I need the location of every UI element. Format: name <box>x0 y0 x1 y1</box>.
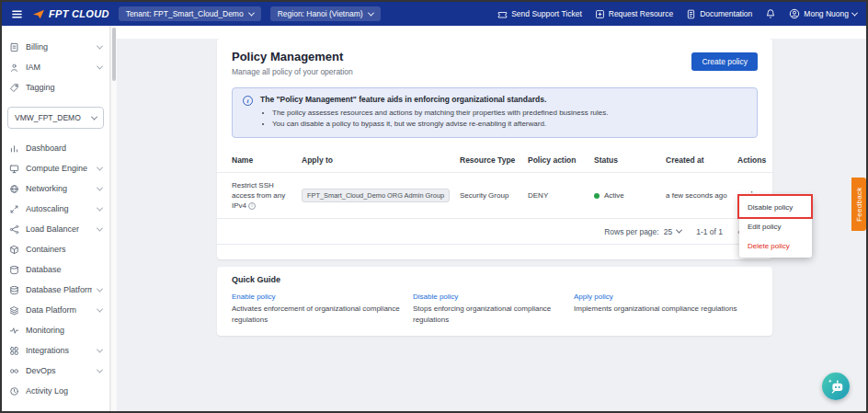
sidebar-item-label: Load Balancer <box>26 224 79 234</box>
request-resource-icon <box>595 9 605 19</box>
sidebar-item-compute-engine[interactable]: Compute Engine <box>2 158 109 178</box>
apps-grid-icon <box>9 346 20 356</box>
sidebar-item-label: Dashboard <box>26 143 66 153</box>
document-icon <box>686 9 696 19</box>
brand-logo[interactable]: FPT CLOUD <box>32 8 109 19</box>
feedback-tab[interactable]: Feedback <box>851 178 866 231</box>
policy-name: Restrict SSH access from any IPv4 <box>232 181 285 210</box>
user-menu[interactable]: Mong Nuong <box>789 8 857 19</box>
sidebar-item-activity-log[interactable]: Activity Log <box>2 381 109 401</box>
ticket-icon <box>497 9 508 19</box>
app-window: FPT CLOUD Tenant: FPT_Smart_Cloud_Demo R… <box>0 0 868 413</box>
enable-policy-link[interactable]: Enable policy <box>232 293 400 301</box>
sidebar-item-data-platform[interactable]: Data Platform <box>2 300 109 320</box>
chevron-down-icon <box>97 366 103 373</box>
sidebar-item-database-platform[interactable]: Database Platform <box>2 280 109 300</box>
sidebar-item-autoscaling[interactable]: Autoscaling <box>2 199 109 219</box>
sidebar-item-label: Monitoring <box>26 326 64 335</box>
tenant-dropdown[interactable]: Tenant: FPT_Smart_Cloud_Demo <box>119 6 261 21</box>
column-resource-type: Resource Type <box>460 155 528 165</box>
sidebar-item-label: Data Platform <box>26 305 76 315</box>
main-content: Policy Management Manage all policy of y… <box>117 26 866 411</box>
sidebar-item-monitoring[interactable]: Monitoring <box>2 320 109 340</box>
sidebar-item-billing[interactable]: Billing <box>2 37 109 57</box>
menu-item-disable-policy[interactable]: Disable policy <box>739 198 812 217</box>
tag-icon <box>9 83 20 93</box>
chevron-down-icon <box>97 285 103 292</box>
chevron-down-icon <box>97 42 103 49</box>
load-balancer-icon <box>9 224 20 235</box>
chevron-down-icon <box>97 346 103 352</box>
pagination-bar: Rows per page: 25 1-1 of 1 ‹ › <box>217 219 772 245</box>
sidebar-item-label: IAM <box>26 63 40 72</box>
quick-guide-item: Apply policy Implements organizational c… <box>574 293 758 325</box>
request-resource-link[interactable]: Request Resource <box>595 9 673 19</box>
created-at-cell: a few seconds ago <box>666 191 737 200</box>
project-select-dropdown[interactable]: VMW_FPT_DEMO <box>7 107 104 129</box>
table-row: Restrict SSH access from any IPv4i FPT_S… <box>217 173 772 220</box>
page-subtitle: Manage all policy of your operation <box>232 67 353 76</box>
sidebar-item-label: Compute Engine <box>26 164 87 173</box>
infinity-icon <box>9 366 20 376</box>
sidebar-item-iam[interactable]: IAM <box>2 57 109 77</box>
chevron-down-icon <box>248 9 255 16</box>
scrollbar-thumb[interactable] <box>112 28 116 81</box>
row-actions-menu: Disable policy Edit policy Delete policy <box>739 196 812 258</box>
navbar-right: Send Support Ticket Request Resource Doc… <box>497 8 857 19</box>
region-label: Region: Hanoi (Vietnam) <box>278 9 363 18</box>
sidebar-item-database[interactable]: Database <box>2 259 109 280</box>
sidebar-item-dashboard[interactable]: Dashboard <box>2 138 109 158</box>
page-header: Policy Management Manage all policy of y… <box>217 39 772 82</box>
column-name: Name <box>232 155 302 165</box>
chevron-down-icon <box>97 224 103 231</box>
menu-item-edit-policy[interactable]: Edit policy <box>739 217 812 236</box>
content-header-strip <box>117 26 866 39</box>
top-navbar: FPT CLOUD Tenant: FPT_Smart_Cloud_Demo R… <box>2 2 866 26</box>
sidebar-item-label: Database Platform <box>26 285 92 294</box>
project-select-value: VMW_FPT_DEMO <box>15 113 81 122</box>
quick-guide-card: Quick Guide Enable policy Activates enfo… <box>217 267 772 336</box>
quick-guide-title: Quick Guide <box>232 275 758 284</box>
region-dropdown[interactable]: Region: Hanoi (Vietnam) <box>270 6 381 21</box>
menu-item-delete-policy[interactable]: Delete policy <box>739 236 812 256</box>
sidebar-item-devops[interactable]: DevOps <box>2 361 109 381</box>
sidebar-item-label: Integrations <box>26 346 69 355</box>
group-chip: FPT_Smart_Cloud_Demo ORG Admin Group <box>302 189 450 202</box>
policy-action-cell: DENY <box>528 191 594 200</box>
status-dot <box>594 193 600 199</box>
brand-name: FPT CLOUD <box>49 8 109 19</box>
rows-per-page-control[interactable]: Rows per page: 25 <box>604 227 681 236</box>
info-alert: i The "Policy Management" feature aids i… <box>232 87 758 138</box>
alert-bullets: The policy assesses resources and action… <box>272 108 609 131</box>
documentation-link[interactable]: Documentation <box>686 9 752 19</box>
info-icon[interactable]: i <box>248 202 256 210</box>
notifications-bell-icon[interactable] <box>765 8 776 19</box>
sidebar-item-integrations[interactable]: Integrations <box>2 340 109 361</box>
sidebar-item-containers[interactable]: Containers <box>2 239 109 259</box>
sidebar-item-networking[interactable]: Networking <box>2 178 109 199</box>
apply-to-cell: FPT_Smart_Cloud_Demo ORG Admin Group <box>302 189 460 202</box>
globe-icon <box>9 184 20 194</box>
send-support-ticket-label: Send Support Ticket <box>511 9 582 18</box>
create-policy-button[interactable]: Create policy <box>691 52 758 71</box>
sidebar-item-load-balancer[interactable]: Load Balancer <box>2 219 109 239</box>
quick-guide-item: Enable policy Activates enforcement of o… <box>232 293 413 325</box>
apply-policy-link[interactable]: Apply policy <box>574 293 745 301</box>
send-support-ticket-link[interactable]: Send Support Ticket <box>497 9 582 19</box>
sidebar-scrollbar[interactable] <box>110 26 117 411</box>
chevron-down-icon <box>97 184 103 190</box>
column-actions: Actions <box>737 155 773 165</box>
status-badge: Active <box>604 191 624 200</box>
monitor-icon <box>9 164 20 174</box>
disable-policy-link[interactable]: Disable policy <box>413 293 561 301</box>
clock-icon <box>9 386 20 396</box>
user-avatar-icon <box>789 8 800 19</box>
policy-management-card: Policy Management Manage all policy of y… <box>217 39 772 259</box>
chevron-down-icon <box>676 227 682 234</box>
chevron-down-icon <box>97 305 103 312</box>
sidebar-item-tagging[interactable]: Tagging <box>2 77 109 98</box>
hamburger-menu-icon[interactable] <box>11 8 23 20</box>
dashboard-icon <box>9 143 20 154</box>
sidebar-item-label: Billing <box>26 42 48 52</box>
ai-assistant-button[interactable] <box>822 373 850 400</box>
